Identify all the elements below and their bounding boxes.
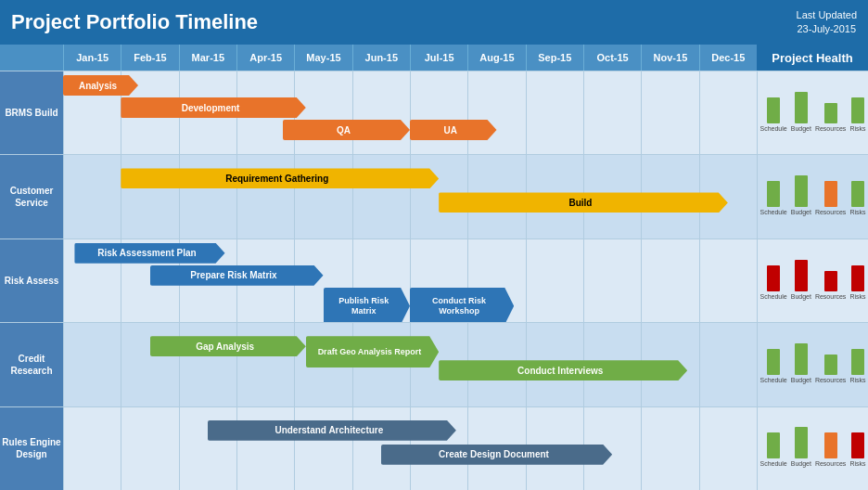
health-area-3: ScheduleBudgetResourcesRisks (757, 323, 868, 406)
project-health-header: Project Health (757, 45, 868, 71)
month-cell-11: Dec-15 (699, 45, 757, 71)
health-label-3-1: Budget (791, 377, 811, 383)
health-bars-0: ScheduleBudgetResourcesRisks (760, 95, 866, 132)
health-bar-group-2-2: Resources (815, 271, 846, 300)
health-label-2-2: Resources (815, 293, 846, 300)
health-bar-4-2 (824, 432, 837, 458)
health-bar-group-0-1: Budget (791, 92, 811, 132)
health-bar-group-0-2: Resources (815, 103, 846, 132)
task-bar-2-2: Publish Risk Matrix (324, 288, 411, 322)
health-bar-group-2-1: Budget (791, 260, 811, 300)
health-label-2-3: Risks (849, 293, 865, 300)
health-bar-group-2-0: Schedule (760, 265, 787, 300)
health-label-1-0: Schedule (760, 209, 787, 215)
task-bar-3-2: Conduct Interviews (439, 360, 687, 380)
health-label-3-2: Resources (815, 377, 846, 383)
gantt-area-3: Gap AnalysisDraft Geo Analysis ReportCon… (63, 323, 757, 406)
health-area-4: ScheduleBudgetResourcesRisks (757, 407, 868, 490)
timeline-row-1: Customer ServiceRequirement GatheringBui… (0, 154, 868, 238)
health-bar-group-2-3: Risks (849, 265, 865, 300)
health-label-3-0: Schedule (760, 377, 787, 383)
health-bar-group-4-3: Risks (849, 432, 865, 467)
health-bars-4: ScheduleBudgetResourcesRisks (760, 430, 866, 467)
health-bar-0-3 (851, 97, 864, 123)
task-bar-3-1: Draft Geo Analysis Report (306, 336, 439, 368)
health-label-4-3: Risks (849, 460, 865, 467)
health-bars-1: ScheduleBudgetResourcesRisks (760, 178, 866, 215)
health-bar-3-3 (851, 349, 864, 375)
health-bar-0-2 (824, 103, 837, 123)
health-label-3-3: Risks (849, 377, 865, 383)
row-label-1: Customer Service (0, 155, 63, 238)
health-area-1: ScheduleBudgetResourcesRisks (757, 155, 868, 238)
health-bar-group-1-1: Budget (791, 175, 811, 215)
gantt-area-1: Requirement GatheringBuild (63, 155, 757, 238)
health-bar-4-0 (767, 432, 780, 458)
row-label-0: BRMS Build (0, 71, 63, 154)
task-bar-4-0: Understand Architecture (208, 420, 456, 441)
health-bar-2-3 (851, 265, 864, 291)
month-cell-9: Oct-15 (583, 45, 641, 71)
month-cell-2: Mar-15 (179, 45, 236, 71)
health-bar-3-0 (767, 349, 780, 375)
health-label-1-1: Budget (791, 209, 811, 215)
body-rows: BRMS BuildAnalysisDevelopmentQAUASchedul… (0, 71, 868, 490)
task-bar-2-0: Risk Assessment Plan (74, 243, 224, 264)
month-cell-10: Nov-15 (641, 45, 698, 71)
row-label-2: Risk Assess (0, 239, 63, 322)
health-area-2: ScheduleBudgetResourcesRisks (757, 239, 868, 322)
health-label-0-3: Risks (849, 125, 865, 132)
health-bar-group-1-2: Resources (815, 181, 846, 215)
health-label-4-0: Schedule (760, 460, 787, 467)
task-bar-0-1: Development (121, 97, 305, 118)
timeline-row-4: Rules Engine DesignUnderstand Architectu… (0, 406, 868, 490)
row-label-3: Credit Research (0, 323, 63, 406)
task-bar-3-0: Gap Analysis (150, 336, 306, 356)
health-bar-1-2 (824, 181, 837, 207)
health-bar-2-2 (824, 271, 837, 291)
health-bar-0-1 (795, 92, 808, 123)
last-updated: Last Updated 23-July-2015 (797, 8, 857, 37)
health-bar-group-1-3: Risks (849, 181, 865, 215)
health-bar-group-3-0: Schedule (760, 349, 787, 383)
gantt-area-0: AnalysisDevelopmentQAUA (63, 71, 757, 154)
health-label-4-2: Resources (815, 460, 846, 467)
task-bar-0-0: Analysis (63, 75, 138, 96)
health-label-1-2: Resources (815, 209, 846, 215)
month-cell-6: Jul-15 (410, 45, 467, 71)
header: Project Portfolio Timeline Last Updated … (0, 0, 868, 45)
health-label-2-0: Schedule (760, 293, 787, 300)
month-cell-8: Sep-15 (526, 45, 583, 71)
timeline-header: Jan-15Feb-15Mar-15Apr-15May-15Jun-15Jul-… (0, 45, 868, 71)
health-bar-group-1-0: Schedule (760, 181, 787, 215)
task-bar-2-1: Prepare Risk Matrix (150, 265, 324, 286)
task-bar-4-1: Create Design Document (381, 445, 612, 465)
health-bar-group-0-0: Schedule (760, 97, 787, 132)
row-label-4: Rules Engine Design (0, 407, 63, 490)
task-bar-0-2: QA (283, 120, 410, 140)
month-cell-3: Apr-15 (236, 45, 294, 71)
health-bars-3: ScheduleBudgetResourcesRisks (760, 346, 866, 383)
health-label-2-1: Budget (791, 293, 811, 300)
month-cell-0: Jan-15 (63, 45, 121, 71)
task-bar-1-0: Requirement Gathering (121, 168, 439, 188)
health-bar-group-4-0: Schedule (760, 432, 787, 467)
health-bar-0-0 (767, 97, 780, 123)
health-bar-2-0 (767, 265, 780, 291)
health-label-0-1: Budget (791, 125, 811, 132)
health-bar-3-2 (824, 355, 837, 375)
month-cell-4: May-15 (294, 45, 351, 71)
health-bar-2-1 (795, 260, 808, 291)
timeline-row-2: Risk AssessRisk Assessment PlanPrepare R… (0, 239, 868, 322)
month-cell-7: Aug-15 (467, 45, 525, 71)
health-bar-group-0-3: Risks (849, 97, 865, 132)
health-bar-1-0 (767, 181, 780, 207)
health-bar-1-1 (795, 175, 808, 207)
health-bar-group-4-2: Resources (815, 432, 846, 467)
timeline-row-0: BRMS BuildAnalysisDevelopmentQAUASchedul… (0, 71, 868, 154)
health-label-4-1: Budget (791, 460, 811, 467)
health-bar-1-3 (851, 181, 864, 207)
health-bar-group-3-3: Risks (849, 349, 865, 383)
month-cell-1: Feb-15 (121, 45, 178, 71)
gantt-area-2: Risk Assessment PlanPrepare Risk MatrixP… (63, 239, 757, 322)
